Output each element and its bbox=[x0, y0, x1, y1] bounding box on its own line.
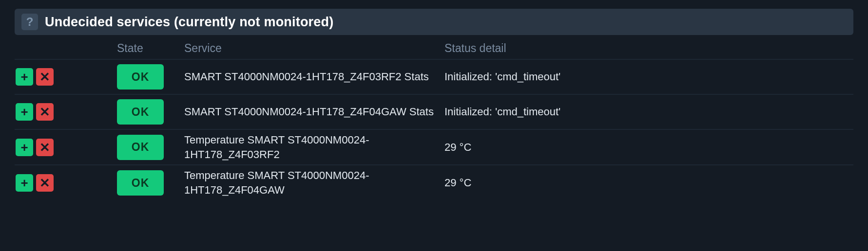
status-badge: OK bbox=[117, 170, 164, 196]
panel-title: Undecided services (currently not monito… bbox=[45, 15, 333, 30]
add-service-button[interactable]: + bbox=[16, 174, 33, 192]
plus-icon: + bbox=[20, 71, 28, 83]
close-icon: ✕ bbox=[39, 71, 50, 83]
status-badge: OK bbox=[117, 64, 164, 90]
status-detail-cell: 29 °C bbox=[439, 141, 853, 154]
table-row: + ✕ OK SMART ST4000NM0024-1HT178_Z4F03RF… bbox=[15, 59, 853, 94]
table-row: + ✕ OK SMART ST4000NM0024-1HT178_Z4F04GA… bbox=[15, 94, 853, 129]
close-icon: ✕ bbox=[39, 177, 50, 189]
add-service-button[interactable]: + bbox=[16, 139, 33, 156]
undecided-services-panel: ? Undecided services (currently not moni… bbox=[15, 9, 853, 200]
plus-icon: + bbox=[20, 141, 28, 154]
add-service-button[interactable]: + bbox=[16, 68, 33, 86]
status-badge: OK bbox=[117, 99, 164, 125]
status-detail-cell: Initialized: 'cmd_timeout' bbox=[439, 106, 853, 118]
service-cell: SMART ST4000NM0024-1HT178_Z4F04GAW Stats bbox=[178, 105, 439, 119]
service-cell: SMART ST4000NM0024-1HT178_Z4F03RF2 Stats bbox=[178, 70, 439, 84]
status-detail-cell: Initialized: 'cmd_timeout' bbox=[439, 71, 853, 83]
remove-service-button[interactable]: ✕ bbox=[36, 103, 54, 121]
add-service-button[interactable]: + bbox=[16, 103, 33, 121]
close-icon: ✕ bbox=[39, 141, 50, 154]
remove-service-button[interactable]: ✕ bbox=[36, 174, 54, 192]
plus-icon: + bbox=[20, 177, 28, 189]
table-row: + ✕ OK Temperature SMART ST4000NM0024-1H… bbox=[15, 164, 853, 200]
service-cell: Temperature SMART ST4000NM0024-1HT178_Z4… bbox=[178, 168, 439, 197]
status-detail-cell: 29 °C bbox=[439, 177, 853, 189]
panel-header: ? Undecided services (currently not moni… bbox=[15, 9, 853, 35]
help-icon[interactable]: ? bbox=[21, 14, 38, 30]
col-header-state: State bbox=[117, 42, 178, 55]
col-header-service: Service bbox=[178, 42, 439, 55]
service-cell: Temperature SMART ST4000NM0024-1HT178_Z4… bbox=[178, 133, 439, 161]
column-headers: State Service Status detail bbox=[15, 35, 853, 59]
close-icon: ✕ bbox=[39, 106, 50, 118]
status-badge: OK bbox=[117, 135, 164, 160]
plus-icon: + bbox=[20, 106, 28, 118]
service-rows: + ✕ OK SMART ST4000NM0024-1HT178_Z4F03RF… bbox=[15, 59, 853, 200]
table-row: + ✕ OK Temperature SMART ST4000NM0024-1H… bbox=[15, 129, 853, 164]
remove-service-button[interactable]: ✕ bbox=[36, 68, 54, 86]
remove-service-button[interactable]: ✕ bbox=[36, 139, 54, 156]
col-header-status: Status detail bbox=[439, 42, 853, 55]
